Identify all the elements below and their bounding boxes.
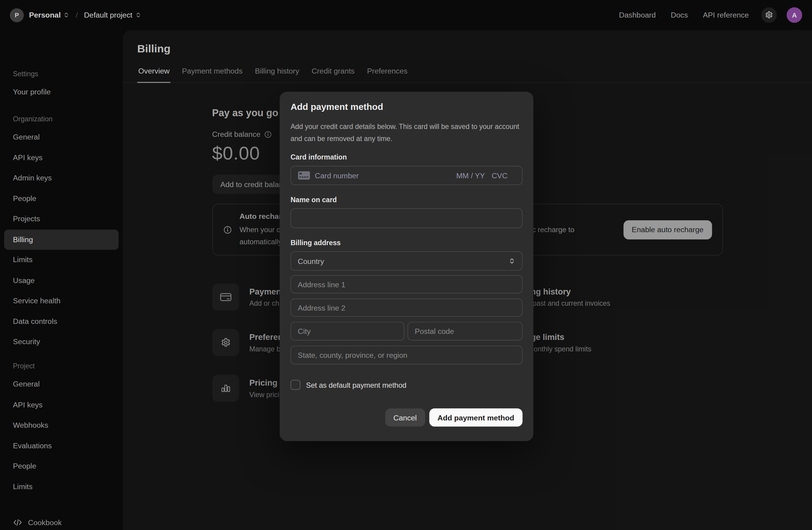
state-input[interactable] — [291, 346, 523, 364]
chevron-updown-icon — [135, 12, 141, 18]
sidebar-item-service-health[interactable]: Service health — [0, 291, 118, 311]
add-payment-method-button[interactable]: Add payment method — [429, 408, 523, 427]
dashboard-link[interactable]: Dashboard — [619, 11, 656, 19]
sidebar-item-project-limits[interactable]: Limits — [0, 477, 118, 497]
sidebar-header-project: Project — [0, 359, 118, 374]
sidebar-item-admin-keys[interactable]: Admin keys — [0, 168, 118, 189]
card-number-field[interactable]: Card number MM / YY CVC — [291, 166, 523, 185]
sidebar-item-data-controls[interactable]: Data controls — [0, 311, 118, 332]
sidebar-item-projects[interactable]: Projects — [0, 209, 118, 229]
org-switcher[interactable]: Personal — [29, 11, 61, 19]
default-payment-checkbox-row[interactable]: Set as default payment method — [291, 380, 523, 390]
modal-title: Add payment method — [291, 102, 523, 113]
sidebar-item-your-profile[interactable]: Your profile — [0, 82, 118, 102]
credit-card-icon — [298, 171, 310, 180]
country-select[interactable]: Country — [291, 251, 523, 270]
sidebar-item-project-people[interactable]: People — [0, 456, 118, 477]
cancel-button[interactable]: Cancel — [385, 408, 425, 427]
org-avatar[interactable]: P — [10, 8, 24, 22]
address-line2-input[interactable] — [291, 298, 523, 317]
card-number-placeholder: Card number — [315, 171, 359, 180]
card-expiry-placeholder[interactable]: MM / YY — [456, 171, 485, 180]
chevron-updown-icon — [63, 12, 70, 18]
sidebar-item-cookbook[interactable]: Cookbook — [0, 512, 118, 530]
billing-address-label: Billing address — [291, 239, 523, 247]
sidebar-header-organization: Organization — [0, 111, 118, 127]
card-cvc-placeholder[interactable]: CVC — [492, 171, 507, 180]
name-on-card-label: Name on card — [291, 196, 523, 204]
button-label: Cancel — [393, 414, 417, 422]
sidebar-section-organization: Organization General API keys Admin keys… — [0, 111, 118, 352]
sidebar-item-project-general[interactable]: General — [0, 374, 118, 395]
sidebar-header-settings: Settings — [0, 66, 118, 82]
sidebar-footer: Cookbook Forum — [0, 512, 118, 530]
breadcrumb: P Personal / Default project — [10, 8, 141, 22]
button-label: Add payment method — [438, 414, 514, 422]
sidebar-item-evaluations[interactable]: Evaluations — [0, 435, 118, 456]
city-postal-row — [291, 317, 523, 340]
code-icon — [13, 519, 23, 526]
sidebar-item-billing[interactable]: Billing — [4, 229, 118, 250]
gear-icon — [765, 11, 773, 19]
name-on-card-input[interactable] — [291, 208, 523, 228]
settings-button[interactable] — [761, 7, 777, 23]
sidebar-section-settings: Settings Your profile — [0, 66, 118, 102]
project-switcher[interactable]: Default project — [84, 11, 132, 19]
default-payment-checkbox-label: Set as default payment method — [306, 381, 406, 389]
user-avatar-initial: A — [792, 11, 797, 19]
postal-code-input[interactable] — [408, 322, 523, 340]
sidebar-item-limits[interactable]: Limits — [0, 250, 118, 270]
user-avatar[interactable]: A — [787, 7, 802, 23]
chevron-updown-icon — [509, 257, 515, 264]
org-avatar-initial: P — [15, 12, 19, 19]
app-window: P Personal / Default project Dashboard D… — [0, 0, 812, 530]
address-line1-input[interactable] — [291, 275, 523, 293]
sidebar-item-api-keys[interactable]: API keys — [0, 148, 118, 168]
default-payment-checkbox[interactable] — [291, 380, 301, 390]
card-information-label: Card information — [291, 153, 523, 161]
sidebar-item-security[interactable]: Security — [0, 332, 118, 352]
modal-description: Add your credit card details below. This… — [291, 121, 525, 145]
sidebar-item-webhooks[interactable]: Webhooks — [0, 415, 118, 436]
sidebar-section-project: Project General API keys Webhooks Evalua… — [0, 359, 118, 497]
sidebar: Settings Your profile Organization Gener… — [0, 30, 123, 530]
add-payment-method-modal: Add payment method Add your credit card … — [280, 92, 534, 441]
sidebar-item-people[interactable]: People — [0, 188, 118, 209]
top-bar: P Personal / Default project Dashboard D… — [0, 0, 812, 30]
sidebar-item-label: Cookbook — [28, 518, 62, 526]
breadcrumb-divider: / — [76, 11, 78, 19]
city-input[interactable] — [291, 322, 405, 340]
modal-actions: Cancel Add payment method — [291, 408, 523, 427]
card-expiry-cvc: MM / YY CVC — [456, 171, 515, 180]
sidebar-item-general[interactable]: General — [0, 127, 118, 148]
top-bar-actions: Dashboard Docs API reference A — [604, 7, 802, 23]
docs-link[interactable]: Docs — [671, 11, 688, 19]
country-select-value: Country — [298, 257, 324, 265]
sidebar-item-usage[interactable]: Usage — [0, 270, 118, 291]
api-reference-link[interactable]: API reference — [703, 11, 749, 19]
sidebar-item-project-api-keys[interactable]: API keys — [0, 395, 118, 415]
